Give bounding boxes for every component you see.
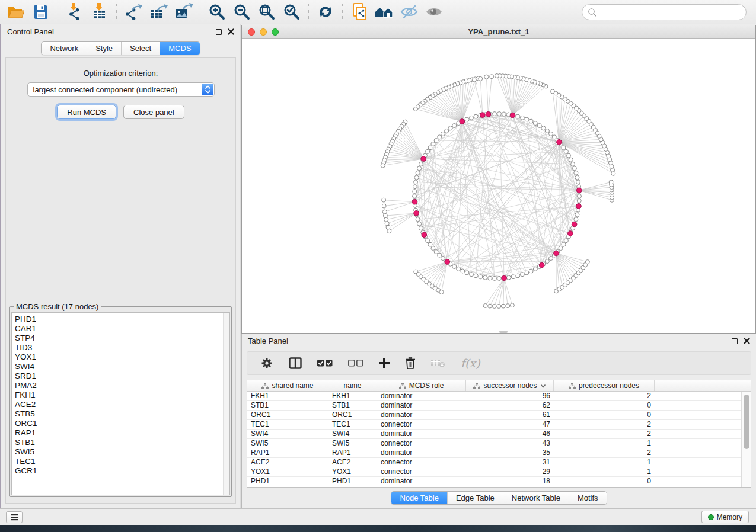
- tab-network-table[interactable]: Network Table: [503, 492, 569, 504]
- graph-hub-node[interactable]: [486, 111, 491, 117]
- column-header-mcds-role[interactable]: MCDS role: [377, 380, 466, 391]
- network-canvas[interactable]: [242, 39, 755, 333]
- network-snapshot-button[interactable]: [347, 2, 372, 22]
- float-table-panel-icon[interactable]: [732, 338, 738, 344]
- tab-mcds[interactable]: MCDS: [160, 42, 199, 55]
- mcds-result-item[interactable]: SRD1: [15, 371, 229, 381]
- column-header-name[interactable]: name: [328, 380, 377, 391]
- table-scrollbar[interactable]: [741, 392, 751, 487]
- close-table-panel-icon[interactable]: [744, 338, 750, 344]
- close-panel-button[interactable]: Close panel: [123, 105, 184, 119]
- memory-button[interactable]: Memory: [701, 511, 749, 523]
- split-panel-button[interactable]: [289, 354, 302, 372]
- mcds-result-item[interactable]: PMA2: [15, 381, 229, 390]
- zoom-fit-content-button[interactable]: [254, 2, 279, 22]
- save-session-button[interactable]: [28, 2, 53, 22]
- graph-hub-node[interactable]: [480, 113, 486, 118]
- graph-hub-node[interactable]: [422, 232, 427, 238]
- table-row-yox1[interactable]: YOX1YOX1connector291: [247, 467, 741, 477]
- splitter-handle[interactable]: [499, 331, 508, 333]
- export-image-button[interactable]: [171, 2, 196, 22]
- task-history-button[interactable]: [6, 511, 23, 523]
- graph-hub-node[interactable]: [557, 140, 562, 145]
- import-network-file-button[interactable]: [62, 2, 87, 22]
- mcds-result-item[interactable]: SWI5: [15, 447, 229, 457]
- add-column-button[interactable]: [379, 354, 390, 372]
- graph-hub-node[interactable]: [414, 211, 419, 216]
- mcds-result-item[interactable]: YOX1: [15, 352, 229, 362]
- tab-node-table[interactable]: Node Table: [391, 492, 447, 504]
- zoom-in-button[interactable]: [205, 2, 229, 22]
- open-session-button[interactable]: [4, 2, 28, 22]
- mcds-result-item[interactable]: TEC1: [15, 457, 229, 466]
- mcds-result-item[interactable]: CAR1: [15, 324, 229, 334]
- search-input[interactable]: [597, 7, 746, 18]
- mcds-result-item[interactable]: FKH1: [15, 390, 229, 400]
- apply-preferred-layout-button[interactable]: [313, 2, 338, 22]
- float-panel-icon[interactable]: [216, 29, 222, 35]
- graph-hub-node[interactable]: [539, 262, 544, 268]
- deselect-all-checkboxes-button[interactable]: [348, 354, 363, 372]
- mcds-result-item[interactable]: ORC1: [15, 419, 229, 428]
- result-list-scrollbar[interactable]: [223, 313, 229, 495]
- network-window-titlebar[interactable]: YPA_prune.txt_1: [242, 25, 755, 39]
- table-scrollbar-thumb[interactable]: [744, 395, 749, 449]
- close-panel-icon[interactable]: [228, 28, 234, 35]
- table-row-ace2[interactable]: ACE2ACE2connector311: [247, 458, 741, 467]
- graph-hub-node[interactable]: [510, 113, 515, 118]
- zoom-selected-region-button[interactable]: [279, 2, 304, 22]
- mcds-result-item[interactable]: GCR1: [15, 466, 229, 476]
- graph-hub-node[interactable]: [421, 156, 426, 162]
- export-network-button[interactable]: [121, 2, 146, 22]
- mcds-result-item[interactable]: ACE2: [15, 400, 229, 409]
- mcds-result-item[interactable]: STB5: [15, 409, 229, 419]
- first-neighbors-button[interactable]: [372, 2, 397, 22]
- zoom-out-button[interactable]: [229, 2, 254, 22]
- graph-hub-node[interactable]: [572, 222, 577, 227]
- mcds-result-item[interactable]: TID3: [15, 343, 229, 352]
- tab-network[interactable]: Network: [42, 42, 87, 55]
- table-row-rap1[interactable]: RAP1RAP1dominator352: [247, 448, 741, 458]
- column-type-icon: [473, 383, 480, 389]
- delete-columns-trash-icon: [405, 357, 416, 369]
- optimization-criterion-select[interactable]: largest connected component (undirected): [27, 82, 215, 97]
- hide-selected-button[interactable]: [397, 2, 422, 22]
- table-row-swi5[interactable]: SWI5SWI5connector431: [247, 439, 741, 448]
- tab-motifs[interactable]: Motifs: [569, 492, 607, 504]
- graph-hub-node[interactable]: [568, 231, 573, 236]
- import-table-file-button[interactable]: [87, 2, 112, 22]
- mcds-result-item[interactable]: RAP1: [15, 428, 229, 438]
- table-row-fkh1[interactable]: FKH1FKH1dominator962: [247, 392, 741, 401]
- graph-hub-node[interactable]: [445, 259, 450, 265]
- table-row-stb1[interactable]: STB1STB1dominator620: [247, 401, 741, 411]
- tab-style[interactable]: Style: [87, 42, 121, 55]
- mcds-result-item[interactable]: SWI4: [15, 362, 229, 371]
- graph-hub-node[interactable]: [502, 275, 507, 281]
- mcds-result-item[interactable]: STB1: [15, 438, 229, 447]
- delete-columns-trash-button[interactable]: [405, 354, 416, 372]
- table-row-swi4[interactable]: SWI4SWI4dominator462: [247, 430, 741, 439]
- select-all-checkboxes-button[interactable]: [317, 354, 333, 372]
- graph-hub-node[interactable]: [576, 204, 582, 209]
- table-row-tec1[interactable]: TEC1TEC1connector472: [247, 420, 741, 430]
- export-table-button[interactable]: [146, 2, 171, 22]
- mcds-result-list[interactable]: PHD1CAR1STP4TID3YOX1SWI4SRD1PMA2FKH1ACE2…: [11, 312, 230, 495]
- table-row-phd1[interactable]: PHD1PHD1dominator180: [247, 477, 741, 486]
- cell-successor-nodes: 62: [466, 401, 554, 410]
- graph-hub-node[interactable]: [554, 251, 559, 256]
- run-mcds-button[interactable]: Run MCDS: [57, 105, 116, 119]
- table-row-orc1[interactable]: ORC1ORC1dominator610: [247, 411, 741, 420]
- show-all-button[interactable]: [422, 2, 446, 22]
- tab-edge-table[interactable]: Edge Table: [447, 492, 503, 504]
- column-header-shared-name[interactable]: shared name: [247, 380, 328, 391]
- graph-hub-node[interactable]: [460, 119, 465, 124]
- mcds-result-item[interactable]: STP4: [15, 334, 229, 343]
- graph-hub-node[interactable]: [412, 199, 417, 204]
- column-header-successor-nodes[interactable]: successor nodes: [466, 380, 554, 391]
- graph-hub-node[interactable]: [576, 188, 582, 193]
- zoom-selected-region-icon: [283, 3, 301, 21]
- tab-select[interactable]: Select: [121, 42, 160, 55]
- column-settings-gear-button[interactable]: [260, 354, 273, 372]
- mcds-result-item[interactable]: PHD1: [15, 315, 229, 324]
- column-header-predecessor-nodes[interactable]: predecessor nodes: [554, 380, 655, 391]
